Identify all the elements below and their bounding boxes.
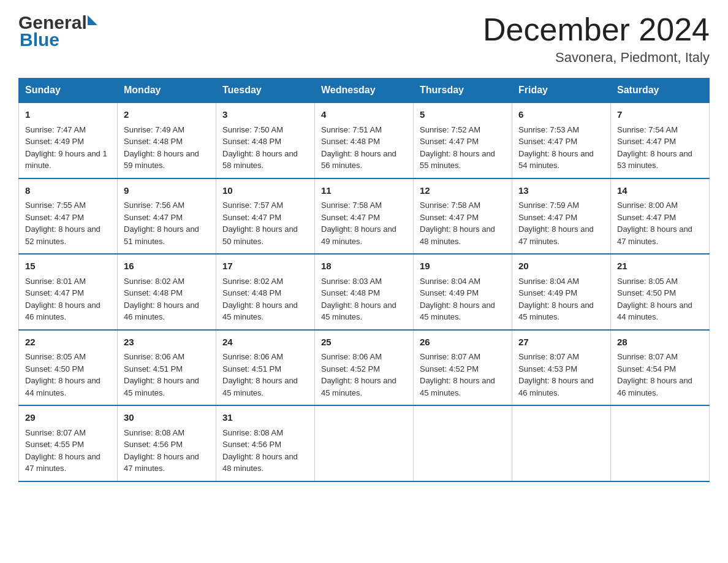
day-number: 19 (420, 259, 506, 274)
sunset-text: Sunset: 4:48 PM (321, 288, 380, 297)
sunrise-text: Sunrise: 8:04 AM (518, 277, 579, 286)
day-number: 12 (420, 184, 506, 198)
daylight-text: Daylight: 8 hours and 58 minutes. (222, 149, 298, 170)
sunset-text: Sunset: 4:48 PM (124, 288, 183, 297)
day-number: 13 (518, 184, 604, 198)
table-row: 18Sunrise: 8:03 AMSunset: 4:48 PMDayligh… (315, 254, 414, 330)
day-number: 24 (222, 335, 308, 350)
sunrise-text: Sunrise: 8:05 AM (617, 277, 678, 286)
sunset-text: Sunset: 4:47 PM (222, 213, 281, 222)
daylight-text: Daylight: 8 hours and 45 minutes. (222, 301, 298, 322)
daylight-text: Daylight: 8 hours and 47 minutes. (25, 452, 100, 473)
daylight-text: Daylight: 8 hours and 45 minutes. (420, 376, 495, 397)
sunset-text: Sunset: 4:47 PM (25, 213, 84, 222)
daylight-text: Daylight: 8 hours and 45 minutes. (222, 376, 298, 397)
sunset-text: Sunset: 4:47 PM (420, 213, 479, 222)
calendar-week-row: 8Sunrise: 7:55 AMSunset: 4:47 PMDaylight… (19, 178, 710, 255)
day-number: 5 (420, 108, 506, 122)
sunset-text: Sunset: 4:48 PM (222, 288, 281, 297)
day-number: 25 (321, 335, 407, 350)
calendar-week-row: 15Sunrise: 8:01 AMSunset: 4:47 PMDayligh… (19, 254, 710, 330)
sunset-text: Sunset: 4:47 PM (617, 213, 676, 222)
calendar-header-row: SundayMondayTuesdayWednesdayThursdayFrid… (19, 79, 710, 103)
sunset-text: Sunset: 4:47 PM (321, 213, 380, 222)
logo: General Blue (18, 12, 98, 50)
table-row: 25Sunrise: 8:06 AMSunset: 4:52 PMDayligh… (315, 330, 414, 406)
daylight-text: Daylight: 8 hours and 44 minutes. (617, 301, 692, 322)
table-row: 3Sunrise: 7:50 AMSunset: 4:48 PMDaylight… (216, 102, 315, 178)
sunset-text: Sunset: 4:47 PM (124, 213, 183, 222)
daylight-text: Daylight: 8 hours and 46 minutes. (518, 376, 594, 397)
day-number: 31 (222, 411, 308, 425)
sunrise-text: Sunrise: 8:07 AM (25, 428, 86, 437)
sunrise-text: Sunrise: 8:02 AM (124, 277, 184, 286)
table-row: 5Sunrise: 7:52 AMSunset: 4:47 PMDaylight… (414, 102, 512, 178)
daylight-text: Daylight: 9 hours and 1 minute. (25, 149, 107, 170)
table-row (512, 405, 611, 481)
sunrise-text: Sunrise: 8:00 AM (617, 201, 678, 210)
day-number: 7 (617, 108, 703, 122)
table-row: 20Sunrise: 8:04 AMSunset: 4:49 PMDayligh… (512, 254, 611, 330)
day-number: 18 (321, 259, 407, 274)
sunrise-text: Sunrise: 7:49 AM (124, 125, 184, 134)
sunrise-text: Sunrise: 8:08 AM (222, 428, 283, 437)
daylight-text: Daylight: 8 hours and 45 minutes. (124, 376, 199, 397)
table-row (414, 405, 512, 481)
logo-blue-text: Blue (20, 29, 59, 50)
day-number: 23 (124, 335, 210, 350)
daylight-text: Daylight: 8 hours and 47 minutes. (124, 452, 199, 473)
table-row: 10Sunrise: 7:57 AMSunset: 4:47 PMDayligh… (216, 178, 315, 255)
daylight-text: Daylight: 8 hours and 48 minutes. (222, 452, 298, 473)
sunset-text: Sunset: 4:50 PM (617, 288, 676, 297)
daylight-text: Daylight: 8 hours and 53 minutes. (617, 149, 692, 170)
table-row: 17Sunrise: 8:02 AMSunset: 4:48 PMDayligh… (216, 254, 315, 330)
table-row: 4Sunrise: 7:51 AMSunset: 4:48 PMDaylight… (315, 102, 414, 178)
sunset-text: Sunset: 4:49 PM (518, 288, 577, 297)
calendar-week-row: 1Sunrise: 7:47 AMSunset: 4:49 PMDaylight… (19, 102, 710, 178)
sunset-text: Sunset: 4:56 PM (124, 440, 183, 449)
day-number: 27 (518, 335, 604, 350)
sunrise-text: Sunrise: 8:07 AM (518, 352, 579, 361)
sunset-text: Sunset: 4:52 PM (321, 364, 380, 373)
day-number: 1 (25, 108, 111, 122)
day-number: 26 (420, 335, 506, 350)
table-row: 15Sunrise: 8:01 AMSunset: 4:47 PMDayligh… (19, 254, 118, 330)
col-header-friday: Friday (512, 79, 611, 103)
daylight-text: Daylight: 8 hours and 46 minutes. (617, 376, 692, 397)
sunset-text: Sunset: 4:49 PM (25, 137, 84, 146)
sunrise-text: Sunrise: 7:51 AM (321, 125, 382, 134)
sunset-text: Sunset: 4:54 PM (617, 364, 676, 373)
sunset-text: Sunset: 4:48 PM (321, 137, 380, 146)
daylight-text: Daylight: 8 hours and 44 minutes. (25, 376, 100, 397)
table-row: 13Sunrise: 7:59 AMSunset: 4:47 PMDayligh… (512, 178, 611, 255)
sunrise-text: Sunrise: 8:06 AM (222, 352, 283, 361)
daylight-text: Daylight: 8 hours and 55 minutes. (420, 149, 495, 170)
sunrise-text: Sunrise: 7:58 AM (420, 201, 480, 210)
sunrise-text: Sunrise: 8:04 AM (420, 277, 480, 286)
sunrise-text: Sunrise: 8:06 AM (124, 352, 184, 361)
sunrise-text: Sunrise: 7:54 AM (617, 125, 678, 134)
day-number: 6 (518, 108, 604, 122)
table-row: 8Sunrise: 7:55 AMSunset: 4:47 PMDaylight… (19, 178, 118, 255)
sunset-text: Sunset: 4:52 PM (420, 364, 479, 373)
sunset-text: Sunset: 4:47 PM (518, 213, 577, 222)
day-number: 4 (321, 108, 407, 122)
sunrise-text: Sunrise: 7:52 AM (420, 125, 480, 134)
col-header-saturday: Saturday (611, 79, 710, 103)
sunrise-text: Sunrise: 8:07 AM (617, 352, 678, 361)
table-row: 6Sunrise: 7:53 AMSunset: 4:47 PMDaylight… (512, 102, 611, 178)
day-number: 2 (124, 108, 210, 122)
sunset-text: Sunset: 4:55 PM (25, 440, 84, 449)
calendar-week-row: 22Sunrise: 8:05 AMSunset: 4:50 PMDayligh… (19, 330, 710, 406)
table-row (315, 405, 414, 481)
daylight-text: Daylight: 8 hours and 48 minutes. (420, 224, 495, 246)
daylight-text: Daylight: 8 hours and 49 minutes. (321, 224, 396, 246)
sunrise-text: Sunrise: 8:02 AM (222, 277, 283, 286)
table-row (611, 405, 710, 481)
daylight-text: Daylight: 8 hours and 50 minutes. (222, 224, 298, 246)
sunrise-text: Sunrise: 8:07 AM (420, 352, 480, 361)
day-number: 11 (321, 184, 407, 198)
title-area: December 2024 Savonera, Piedmont, Italy (483, 12, 710, 66)
table-row: 19Sunrise: 8:04 AMSunset: 4:49 PMDayligh… (414, 254, 512, 330)
sunset-text: Sunset: 4:47 PM (25, 288, 84, 297)
